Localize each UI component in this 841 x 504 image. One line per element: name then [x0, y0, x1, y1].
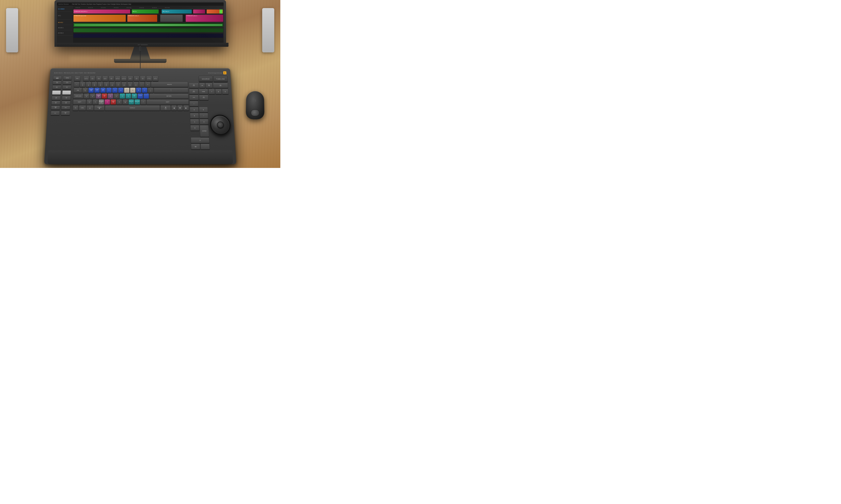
- key-u[interactable]: U: [118, 88, 123, 93]
- numpad-0[interactable]: 0: [191, 137, 209, 143]
- key-p[interactable]: P: [136, 88, 141, 93]
- key-trim-editor[interactable]: TRIMEDITOR: [189, 89, 199, 94]
- key-3[interactable]: #3: [91, 82, 97, 87]
- key-appnd[interactable]: APPND: [63, 76, 72, 80]
- key-roll[interactable]: ROLL: [61, 105, 70, 110]
- key-trans-dur[interactable]: TRANS DUR: [51, 105, 60, 110]
- key-time-code[interactable]: TIMECODE: [189, 83, 199, 88]
- key-f12[interactable]: F12RIPL DEL: [152, 76, 158, 81]
- key-f2[interactable]: F2FREEZ: [89, 76, 96, 81]
- key-s[interactable]: SLIP ENBLS: [89, 93, 95, 99]
- key-cmd-r[interactable]: ⌘CMD: [160, 105, 171, 111]
- key-f8[interactable]: F8INSERT: [127, 76, 133, 81]
- key-2[interactable]: "2: [86, 82, 91, 87]
- key-f11[interactable]: F11FIT TO FILL: [146, 76, 152, 81]
- key-clip-name[interactable]: CLIPNAME: [213, 83, 228, 88]
- key-9[interactable]: (9: [127, 82, 133, 87]
- key-m[interactable]: M WRAPM: [122, 99, 128, 105]
- numpad-enter[interactable]: ENTER: [200, 125, 209, 137]
- key-h[interactable]: H HANDH: [114, 93, 119, 99]
- key-trim-in[interactable]: TRIM IN: [62, 96, 71, 100]
- key-n[interactable]: N: [116, 99, 122, 105]
- key-w[interactable]: STRMFRW: [88, 88, 94, 93]
- key-b[interactable]: BLADEB: [110, 99, 116, 105]
- key-q[interactable]: MCO TLQ: [82, 88, 88, 93]
- key-i[interactable]: FULLI: [124, 88, 130, 93]
- key-cut[interactable]: CUT: [50, 111, 59, 115]
- key-period[interactable]: NUDGE RIGHT>: [134, 99, 140, 105]
- key-7[interactable]: &7: [115, 82, 121, 87]
- key-e[interactable]: RETIMEE: [94, 88, 100, 93]
- key-g[interactable]: G: [107, 93, 113, 99]
- key-return[interactable]: RETURN: [149, 93, 189, 99]
- key-f[interactable]: FLAGF: [102, 93, 107, 99]
- key-caps[interactable]: CAPS LOCK: [73, 93, 83, 99]
- key-arrow-down[interactable]: ▼: [177, 105, 183, 111]
- key-fn[interactable]: Fn: [72, 105, 78, 111]
- jog-wheel[interactable]: [210, 115, 231, 135]
- key-f1[interactable]: F1INSRT BLK: [83, 76, 89, 81]
- key-tab[interactable]: TAB: [73, 88, 82, 93]
- key-cam[interactable]: CAM: [199, 83, 205, 88]
- key-equals[interactable]: =: [145, 82, 151, 87]
- key-0[interactable]: )0: [133, 82, 138, 87]
- key-white1[interactable]: [52, 91, 61, 95]
- key-slash[interactable]: ?: [140, 99, 146, 105]
- numpad-plus[interactable]: +: [199, 113, 208, 119]
- key-8[interactable]: *8: [121, 82, 127, 87]
- key-v[interactable]: V: [104, 99, 110, 105]
- numpad-minus[interactable]: —: [189, 101, 199, 106]
- key-a[interactable]: NORMALA: [84, 93, 89, 99]
- key-cmd-l[interactable]: COMMAND⌘: [94, 105, 105, 111]
- key-ripl-owr[interactable]: RIPL O/WR: [52, 80, 61, 85]
- key-minus[interactable]: -: [139, 82, 144, 87]
- key-comma[interactable]: NUDGE LEFT<: [128, 99, 134, 105]
- key-bracket-l[interactable]: [: [142, 88, 147, 93]
- key-source[interactable]: SOURCE: [199, 76, 213, 82]
- key-esc[interactable]: ESC: [74, 76, 81, 81]
- key-f-tc[interactable]: F/TC: [189, 95, 199, 100]
- magic-mouse[interactable]: : [246, 91, 264, 119]
- key-x[interactable]: X: [92, 99, 98, 105]
- key-delete[interactable]: DELETE: [151, 82, 188, 87]
- numpad-4[interactable]: 4: [189, 107, 199, 112]
- key-4[interactable]: $4: [98, 82, 103, 87]
- key-arrow-left[interactable]: ◄: [171, 105, 177, 111]
- key-place-on-top[interactable]: PLACE ON TOP: [63, 80, 71, 85]
- key-trim-out[interactable]: TRIM OUT: [51, 96, 61, 100]
- key-semicolon[interactable]: LFT CLR;: [137, 93, 143, 99]
- key-f3[interactable]: F3TRANS: [96, 76, 102, 81]
- key-c[interactable]: AUTO ADJURC: [98, 99, 104, 105]
- key-place-owr[interactable]: PLACE O/WP: [62, 85, 71, 89]
- key-t[interactable]: T: [106, 88, 111, 93]
- key-k[interactable]: K: [125, 93, 131, 99]
- key-shift-l[interactable]: SHIFT: [73, 99, 86, 105]
- key-arrow-right[interactable]: ►: [183, 105, 189, 111]
- numpad-2[interactable]: 2: [199, 119, 208, 125]
- key-z[interactable]: ZOOMZ: [86, 99, 92, 105]
- key-f7[interactable]: F7AUDIO ONLY: [121, 76, 127, 81]
- key-date-time[interactable]: DATETIME: [205, 83, 213, 88]
- key-ctrl[interactable]: CTRL: [79, 105, 86, 111]
- key-tilde[interactable]: ~: [74, 82, 80, 87]
- numpad-1[interactable]: 1: [190, 119, 199, 125]
- key-dis[interactable]: SMTH CUT: [61, 111, 70, 115]
- key-6[interactable]: ^6: [109, 82, 115, 87]
- key-backslash[interactable]: |\: [154, 88, 188, 93]
- key-white2[interactable]: [62, 91, 71, 95]
- numpad-3[interactable]: 3: [190, 125, 200, 131]
- key-slip-dst[interactable]: SLIP DST: [51, 101, 61, 105]
- key-o[interactable]: O: [130, 88, 135, 93]
- numpad-dot[interactable]: .: [201, 144, 210, 149]
- numpad-9[interactable]: 9: [222, 89, 228, 94]
- key-f4[interactable]: F4TRIM PIC: [102, 76, 108, 81]
- key-f6[interactable]: F6VIDEO ONLY: [115, 76, 121, 81]
- key-bracket-r[interactable]: }]: [148, 88, 153, 93]
- key-shift-r[interactable]: SHIFT: [146, 99, 189, 105]
- numpad-7[interactable]: 7: [208, 89, 215, 94]
- key-5[interactable]: %5: [103, 82, 109, 87]
- key-src-owr[interactable]: SRC O/WP: [52, 85, 61, 89]
- key-j[interactable]: J: [119, 93, 125, 99]
- key-f9[interactable]: F9O/WR: [133, 76, 139, 81]
- key-home[interactable]: HOME: [199, 89, 208, 94]
